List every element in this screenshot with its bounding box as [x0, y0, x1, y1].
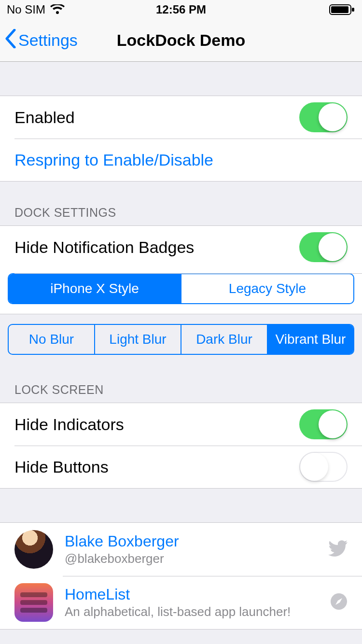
lock-screen-header: LOCK SCREEN: [0, 359, 362, 403]
group-general: Enabled Respring to Enable/Disable: [0, 96, 362, 182]
hide-buttons-switch[interactable]: [299, 452, 348, 482]
avatar-icon: [14, 530, 53, 569]
segment-dark-blur[interactable]: Dark Blur: [181, 325, 267, 354]
credit-text: HomeList An alphabetical, list-based app…: [65, 586, 319, 619]
hide-indicators-switch[interactable]: [299, 409, 348, 439]
style-segmented-control: iPhone X Style Legacy Style: [8, 273, 354, 304]
twitter-icon: [328, 540, 348, 559]
hide-indicators-cell: Hide Indicators: [0, 403, 362, 446]
screen: No SIM 12:56 PM Settings LockDock Demo E…: [0, 0, 362, 644]
hide-indicators-label: Hide Indicators: [14, 415, 124, 434]
group-lock: Hide Indicators Hide Buttons: [0, 403, 362, 489]
enabled-label: Enabled: [14, 108, 75, 127]
credit-author[interactable]: Blake Boxberger @blakeboxberger: [0, 523, 362, 576]
nav-bar: Settings LockDock Demo: [0, 19, 362, 62]
group-credits: Blake Boxberger @blakeboxberger HomeList…: [0, 522, 362, 630]
hide-badges-cell: Hide Notification Badges: [0, 226, 362, 268]
blur-segmented-control: No Blur Light Blur Dark Blur Vibrant Blu…: [8, 324, 354, 355]
chevron-left-icon: [5, 29, 16, 52]
segment-iphone-x-style[interactable]: iPhone X Style: [9, 274, 181, 303]
hide-badges-switch[interactable]: [299, 232, 348, 262]
credit-author-sub: @blakeboxberger: [65, 551, 317, 566]
segment-light-blur[interactable]: Light Blur: [94, 325, 181, 354]
credit-text: Blake Boxberger @blakeboxberger: [65, 532, 317, 566]
blur-segment-row: No Blur Light Blur Dark Blur Vibrant Blu…: [0, 314, 362, 359]
segment-legacy-style[interactable]: Legacy Style: [181, 274, 353, 303]
hide-buttons-label: Hide Buttons: [14, 458, 109, 476]
segment-no-blur[interactable]: No Blur: [9, 325, 94, 354]
clock-label: 12:56 PM: [0, 3, 362, 16]
status-bar: No SIM 12:56 PM: [0, 0, 362, 19]
app-icon: [14, 583, 53, 622]
credit-homelist-title: HomeList: [65, 586, 319, 603]
dock-settings-header: DOCK SETTINGS: [0, 182, 362, 225]
group-dock: Hide Notification Badges iPhone X Style …: [0, 225, 362, 314]
back-button[interactable]: Settings: [0, 29, 78, 52]
respring-label: Respring to Enable/Disable: [14, 151, 213, 169]
style-segment-row: iPhone X Style Legacy Style: [0, 273, 362, 304]
hide-buttons-cell: Hide Buttons: [0, 446, 362, 488]
spacer: [0, 62, 362, 96]
enabled-cell: Enabled: [0, 96, 362, 139]
spacer: [0, 489, 362, 522]
safari-icon: [330, 593, 348, 612]
credit-homelist[interactable]: HomeList An alphabetical, list-based app…: [0, 576, 362, 629]
hide-badges-label: Hide Notification Badges: [14, 238, 194, 257]
segment-vibrant-blur[interactable]: Vibrant Blur: [267, 325, 353, 354]
credit-homelist-sub: An alphabetical, list-based app launcher…: [65, 604, 319, 619]
enabled-switch[interactable]: [299, 102, 348, 132]
respring-cell[interactable]: Respring to Enable/Disable: [0, 139, 362, 181]
back-label: Settings: [18, 31, 78, 50]
credit-author-title: Blake Boxberger: [65, 532, 317, 550]
